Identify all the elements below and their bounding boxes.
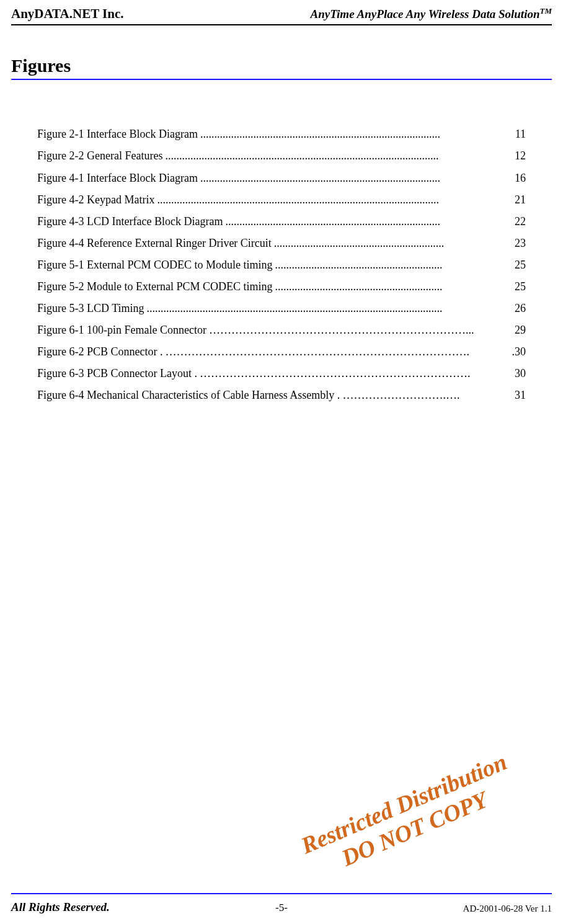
figure-dots: ……………………….…. bbox=[340, 384, 511, 406]
figure-label: Figure 4-3 LCD Interface Block Diagram bbox=[37, 211, 223, 233]
header-tagline-text: AnyTime AnyPlace Any Wireless Data Solut… bbox=[311, 7, 540, 20]
figure-label: Figure 6-4 Mechanical Characteristics of… bbox=[37, 384, 340, 406]
figure-dots: ………………………………………………………………………. bbox=[163, 341, 508, 363]
footer-divider bbox=[11, 893, 552, 894]
footer-page-number: -5- bbox=[275, 902, 288, 914]
figure-page: 25 bbox=[511, 254, 526, 276]
section-title: Figures bbox=[0, 25, 563, 79]
figure-page: 26 bbox=[511, 298, 526, 319]
figure-entry: Figure 2-1 Interface Block Diagram .....… bbox=[37, 123, 526, 145]
figure-page: .30 bbox=[508, 341, 526, 363]
figure-entry: Figure 6-4 Mechanical Characteristics of… bbox=[37, 384, 526, 406]
figure-dots: ........................................… bbox=[198, 123, 512, 145]
page-footer: All Rights Reserved. -5- AD-2001-06-28 V… bbox=[11, 900, 552, 914]
figure-entry: Figure 5-1 External PCM CODEC to Module … bbox=[37, 254, 526, 276]
footer-rights: All Rights Reserved. bbox=[11, 900, 110, 914]
figure-entry: Figure 5-2 Module to External PCM CODEC … bbox=[37, 276, 526, 298]
figure-entry: Figure 4-3 LCD Interface Block Diagram .… bbox=[37, 211, 526, 233]
figure-dots: ........................................… bbox=[272, 233, 511, 254]
figure-label: Figure 2-1 Interface Block Diagram bbox=[37, 123, 198, 145]
header-tagline: AnyTime AnyPlace Any Wireless Data Solut… bbox=[311, 6, 552, 21]
footer-version: AD-2001-06-28 Ver 1.1 bbox=[463, 904, 552, 914]
figure-dots: ........................................… bbox=[223, 211, 511, 233]
figure-entry: Figure 6-2 PCB Connector . …………………………………… bbox=[37, 341, 526, 363]
figure-page: 16 bbox=[511, 167, 526, 189]
figure-label: Figure 4-1 Interface Block Diagram bbox=[37, 167, 198, 189]
figure-page: 12 bbox=[511, 145, 526, 167]
figure-dots: ........................................… bbox=[144, 298, 511, 319]
figure-entry: Figure 4-2 Keypad Matrix ...............… bbox=[37, 189, 526, 211]
figure-page: 29 bbox=[511, 319, 526, 341]
figure-dots: ……………………………………………………………... bbox=[206, 319, 511, 341]
figure-entry: Figure 6-1 100-pin Female Connector …………… bbox=[37, 319, 526, 341]
figure-entry: Figure 5-3 LCD Timing ..................… bbox=[37, 298, 526, 319]
figure-label: Figure 5-1 External PCM CODEC to Module … bbox=[37, 254, 273, 276]
figure-entry: Figure 4-1 Interface Block Diagram .....… bbox=[37, 167, 526, 189]
figure-label: Figure 6-3 PCB Connector Layout . bbox=[37, 363, 197, 384]
figure-label: Figure 4-4 Reference External Ringer Dri… bbox=[37, 233, 272, 254]
figures-list: Figure 2-1 Interface Block Diagram .....… bbox=[0, 80, 563, 406]
figure-dots: ........................................… bbox=[162, 145, 511, 167]
header-company: AnyDATA.NET Inc. bbox=[11, 6, 123, 22]
figure-dots: ........................................… bbox=[154, 189, 511, 211]
figure-page: 31 bbox=[511, 384, 526, 406]
page-header: AnyDATA.NET Inc. AnyTime AnyPlace Any Wi… bbox=[0, 0, 563, 22]
figure-page: 30 bbox=[511, 363, 526, 384]
figure-page: 11 bbox=[512, 123, 526, 145]
watermark: Restricted Distribution DO NOT COPY bbox=[297, 748, 521, 884]
figure-dots: ........................................… bbox=[198, 167, 511, 189]
figure-page: 25 bbox=[511, 276, 526, 298]
figure-label: Figure 2-2 General Features bbox=[37, 145, 162, 167]
figure-page: 21 bbox=[511, 189, 526, 211]
figure-label: Figure 5-2 Module to External PCM CODEC … bbox=[37, 276, 273, 298]
figure-entry: Figure 4-4 Reference External Ringer Dri… bbox=[37, 233, 526, 254]
figure-label: Figure 4-2 Keypad Matrix bbox=[37, 189, 154, 211]
figure-entry: Figure 2-2 General Features ............… bbox=[37, 145, 526, 167]
figure-label: Figure 6-2 PCB Connector . bbox=[37, 341, 163, 363]
figure-page: 22 bbox=[511, 211, 526, 233]
figure-dots: ………………………………………………………………. bbox=[197, 363, 511, 384]
figure-label: Figure 5-3 LCD Timing bbox=[37, 298, 144, 319]
figure-dots: ........................................… bbox=[273, 276, 512, 298]
figure-dots: ........................................… bbox=[273, 254, 512, 276]
header-tagline-tm: TM bbox=[540, 6, 552, 16]
figure-page: 23 bbox=[511, 233, 526, 254]
figure-label: Figure 6-1 100-pin Female Connector bbox=[37, 319, 206, 341]
figure-entry: Figure 6-3 PCB Connector Layout . ………………… bbox=[37, 363, 526, 384]
